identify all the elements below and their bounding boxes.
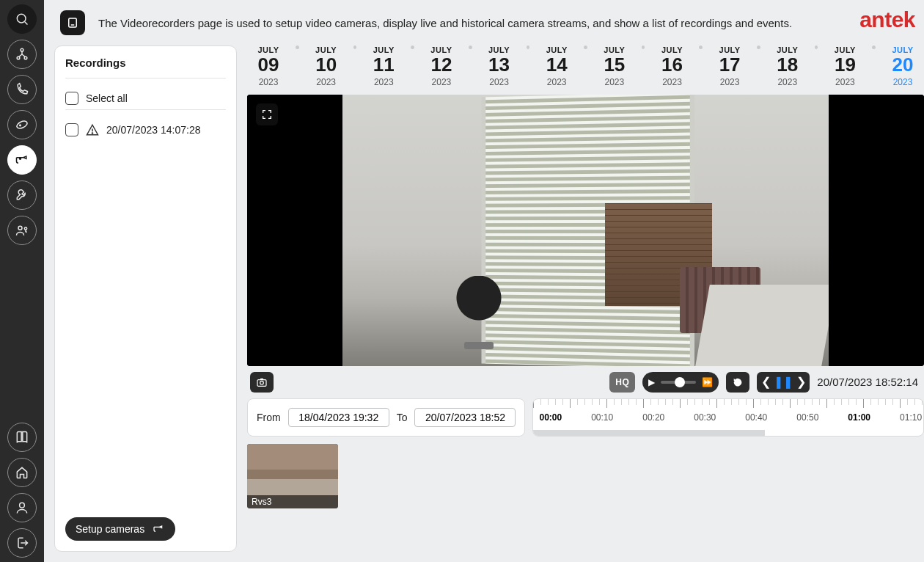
date-separator-dot [296, 45, 299, 49]
help-button[interactable] [60, 10, 85, 35]
date-separator-dot [584, 45, 587, 49]
page-description: The Videorecorders page is used to setup… [98, 17, 846, 29]
date-item[interactable]: JULY152023 [593, 45, 636, 87]
date-separator-dot [469, 45, 472, 49]
brand-logo: antek [859, 7, 915, 32]
date-item[interactable]: JULY142023 [535, 45, 578, 87]
playback-controls: HQ ▶ ⏩ ❮ ❚❚ ❯ 20/07/2023 18:52:14 [247, 366, 924, 398]
timeline-tick: 00:50 [796, 412, 818, 423]
search-button[interactable] [7, 4, 37, 34]
sidebar-item-user[interactable] [7, 493, 37, 522]
date-year: 2023 [824, 77, 866, 87]
svg-point-0 [17, 14, 26, 23]
date-item[interactable]: JULY122023 [420, 45, 463, 87]
date-year: 2023 [362, 77, 405, 87]
svg-point-2 [21, 48, 23, 51]
date-item[interactable]: JULY192023 [824, 45, 866, 87]
date-item[interactable]: JULY132023 [478, 45, 521, 87]
date-year: 2023 [881, 77, 924, 87]
timeline-tick: 00:30 [694, 412, 716, 423]
current-timestamp: 20/07/2023 18:52:14 [817, 376, 918, 388]
svg-point-14 [92, 133, 92, 134]
date-year: 2023 [766, 77, 809, 87]
date-item[interactable]: JULY092023 [247, 45, 290, 87]
viewer-area: JULY092023JULY102023JULY112023JULY122023… [247, 45, 924, 552]
sidebar-item-logout[interactable] [7, 528, 37, 558]
speed-knob[interactable] [675, 377, 685, 387]
sidebar-item-settings[interactable] [7, 180, 37, 210]
svg-point-9 [24, 227, 26, 230]
date-separator-dot [757, 45, 760, 49]
date-day: 18 [766, 54, 809, 76]
sidebar-item-home[interactable] [7, 458, 37, 487]
to-label: To [397, 412, 408, 423]
date-item[interactable]: JULY172023 [708, 45, 751, 87]
video-letterbox [829, 95, 924, 366]
recording-row[interactable]: 20/07/2023 14:07:28 [65, 119, 226, 141]
date-item[interactable]: JULY102023 [305, 45, 348, 87]
speed-slider[interactable]: ▶ ⏩ [642, 372, 719, 393]
recordings-title: Recordings [65, 56, 226, 69]
svg-point-6 [20, 125, 21, 126]
date-day: 13 [478, 54, 521, 76]
svg-rect-11 [69, 18, 77, 27]
thumbnail-label: Rvs3 [247, 495, 338, 508]
sidebar-item-docs[interactable] [7, 423, 37, 452]
date-year: 2023 [650, 77, 693, 87]
timeline-tick: 01:00 [848, 412, 870, 423]
camera-thumbnail[interactable]: Rvs3 [247, 444, 338, 508]
date-year: 2023 [305, 77, 348, 87]
fullscreen-button[interactable] [256, 103, 278, 125]
date-day: 10 [305, 54, 348, 76]
date-separator-dot [699, 45, 703, 49]
date-separator-dot [642, 45, 645, 49]
date-item[interactable]: JULY182023 [766, 45, 809, 87]
date-day: 17 [708, 54, 751, 76]
sidebar-item-access[interactable] [7, 216, 37, 245]
date-item[interactable]: JULY202023 [881, 45, 924, 87]
sidebar-item-videorecorders[interactable] [7, 145, 37, 175]
pause-button[interactable]: ❚❚ [774, 372, 792, 393]
reload-button[interactable] [726, 372, 749, 393]
divider [65, 78, 226, 79]
date-separator-dot [411, 45, 414, 49]
snapshot-button[interactable] [250, 372, 274, 393]
date-separator-dot [815, 45, 818, 49]
date-item[interactable]: JULY162023 [650, 45, 693, 87]
timeline-tick: 00:10 [591, 412, 613, 423]
select-all-checkbox[interactable] [65, 92, 78, 105]
to-input[interactable] [414, 408, 516, 427]
setup-cameras-button[interactable]: Setup cameras [65, 517, 175, 541]
chevron-right-icon: ▶ [648, 377, 655, 387]
date-item[interactable]: JULY112023 [362, 45, 405, 87]
warning-icon [86, 123, 99, 136]
date-day: 19 [824, 54, 866, 76]
sidebar-item-devices[interactable] [7, 110, 37, 139]
fast-forward-icon: ⏩ [702, 377, 713, 387]
timeline-tick: 01:10 [900, 412, 922, 423]
video-frame[interactable] [342, 95, 829, 366]
date-year: 2023 [708, 77, 751, 87]
timeline[interactable]: 00:0000:1000:2000:3000:4000:5001:0001:10… [532, 398, 924, 437]
recordings-panel: Recordings Select all 20/07/2023 14:07:2… [54, 45, 237, 552]
sidebar-item-network[interactable] [7, 40, 37, 69]
range-selector: From To [247, 398, 525, 437]
timeline-scrollbar[interactable] [533, 430, 765, 436]
date-year: 2023 [593, 77, 636, 87]
next-frame-button[interactable]: ❯ [792, 372, 810, 393]
date-day: 20 [881, 54, 924, 76]
sidebar-item-phone[interactable] [7, 75, 37, 104]
date-separator-dot [527, 45, 530, 49]
date-year: 2023 [420, 77, 463, 87]
date-year: 2023 [247, 77, 290, 87]
frame-nav: ❮ ❚❚ ❯ [757, 372, 810, 393]
speed-track[interactable] [661, 381, 696, 384]
select-all-label: Select all [86, 92, 128, 104]
hq-badge[interactable]: HQ [609, 372, 635, 393]
from-input[interactable] [288, 408, 389, 427]
prev-frame-button[interactable]: ❮ [757, 372, 774, 393]
date-day: 12 [420, 54, 463, 76]
recording-checkbox[interactable] [65, 123, 78, 136]
from-label: From [257, 412, 281, 423]
date-strip[interactable]: JULY092023JULY102023JULY112023JULY122023… [247, 45, 924, 90]
